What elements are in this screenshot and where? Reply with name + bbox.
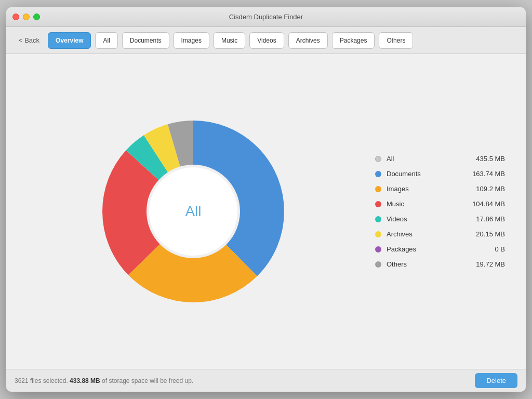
main-content: All All 435.5 MB Documents 163.74 MB Ima…: [6, 54, 526, 369]
status-text: 3621 files selected. 433.88 MB of storag…: [15, 377, 193, 384]
legend-value-videos: 17.86 MB: [463, 215, 505, 223]
chart-area: All: [27, 113, 360, 310]
traffic-lights: [12, 14, 40, 20]
legend-dot-documents: [375, 171, 381, 177]
status-bar: 3621 files selected. 433.88 MB of storag…: [6, 369, 526, 392]
window-title: Cisdem Duplicate Finder: [229, 13, 303, 21]
legend-dot-music: [375, 201, 381, 207]
legend-item-documents: Documents 163.74 MB: [375, 170, 505, 178]
donut-chart: All: [95, 113, 292, 310]
tab-overview[interactable]: Overview: [48, 32, 91, 49]
tab-music[interactable]: Music: [214, 32, 245, 49]
app-window: Cisdem Duplicate Finder < Back Overview …: [6, 7, 526, 392]
legend-value-images: 109.2 MB: [463, 185, 505, 193]
legend-value-documents: 163.74 MB: [463, 170, 505, 178]
legend-label-documents: Documents: [387, 170, 458, 178]
tab-all[interactable]: All: [95, 32, 117, 49]
legend-dot-images: [375, 186, 381, 192]
tab-archives[interactable]: Archives: [288, 32, 328, 49]
status-text-before: files selected.: [29, 377, 70, 384]
legend-label-packages: Packages: [387, 245, 458, 253]
legend-item-others: Others 19.72 MB: [375, 260, 505, 268]
legend-item-images: Images 109.2 MB: [375, 185, 505, 193]
legend-dot-others: [375, 261, 381, 268]
legend-value-others: 19.72 MB: [463, 260, 505, 268]
legend: All 435.5 MB Documents 163.74 MB Images …: [360, 155, 505, 268]
legend-dot-all: [375, 156, 381, 162]
legend-value-packages: 0 B: [463, 245, 505, 253]
donut-center: All: [149, 167, 237, 256]
legend-label-images: Images: [387, 185, 458, 193]
legend-value-archives: 20.15 MB: [463, 230, 505, 238]
legend-label-videos: Videos: [387, 215, 458, 223]
legend-item-all: All 435.5 MB: [375, 155, 505, 163]
files-count: 3621: [15, 377, 29, 384]
tab-images[interactable]: Images: [174, 32, 209, 49]
donut-center-label: All: [185, 203, 201, 220]
delete-button[interactable]: Delete: [475, 373, 517, 388]
legend-value-music: 104.84 MB: [463, 200, 505, 208]
legend-dot-videos: [375, 216, 381, 222]
tab-documents[interactable]: Documents: [122, 32, 169, 49]
legend-value-all: 435.5 MB: [463, 155, 505, 163]
legend-item-music: Music 104.84 MB: [375, 200, 505, 208]
toolbar: < Back Overview All Documents Images Mus…: [6, 27, 526, 54]
tab-videos[interactable]: Videos: [249, 32, 284, 49]
minimize-button[interactable]: [23, 14, 30, 20]
status-text-after: of storage space will be freed up.: [100, 377, 193, 384]
legend-label-all: All: [387, 155, 458, 163]
storage-size: 433.88 MB: [70, 377, 100, 384]
legend-dot-archives: [375, 231, 381, 237]
tab-packages[interactable]: Packages: [332, 32, 375, 49]
legend-label-music: Music: [387, 200, 458, 208]
tab-others[interactable]: Others: [379, 32, 413, 49]
close-button[interactable]: [12, 14, 19, 20]
legend-dot-packages: [375, 246, 381, 252]
legend-label-archives: Archives: [387, 230, 458, 238]
back-button[interactable]: < Back: [15, 34, 44, 46]
legend-item-archives: Archives 20.15 MB: [375, 230, 505, 238]
maximize-button[interactable]: [33, 14, 40, 20]
legend-item-videos: Videos 17.86 MB: [375, 215, 505, 223]
titlebar: Cisdem Duplicate Finder: [6, 7, 526, 27]
legend-item-packages: Packages 0 B: [375, 245, 505, 253]
legend-label-others: Others: [387, 260, 458, 268]
